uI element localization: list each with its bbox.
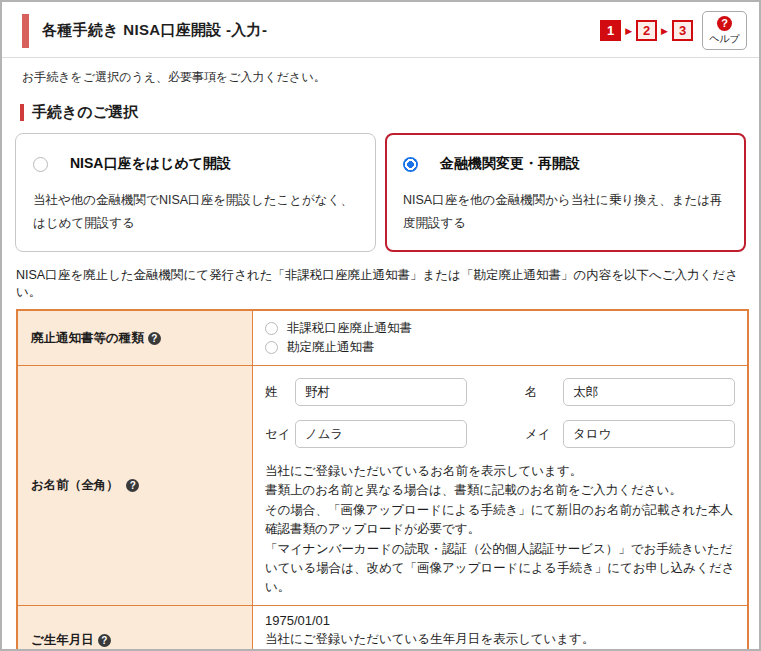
name-note: 「マイナンバーカードの読取・認証（公的個人認証サービス）」でお手続きいただいてい…: [265, 540, 735, 598]
help-button-label: ヘルプ: [709, 32, 740, 46]
step-indicator: 1 ▶ 2 ▶ 3: [600, 20, 693, 41]
birth-date-value: 1975/01/01: [265, 613, 735, 628]
option-card-head: 金融機関変更・再開設: [403, 155, 728, 173]
name-note: 書類上のお名前と異なる場合は、書類に記載のお名前をご入力ください。: [265, 481, 735, 500]
question-mark-icon: ?: [98, 634, 111, 647]
header-actions: 1 ▶ 2 ▶ 3 ? ヘルプ: [600, 11, 747, 50]
question-mark-icon: ?: [148, 332, 161, 345]
birth-date-note: 当社にご登録いただいている生年月日を表示しています。: [265, 630, 735, 649]
last-name-label: 姓: [265, 384, 295, 401]
notification-form-table: 廃止通知書等の種類? 非課税口座廃止通知書 勘定廃止通知書 お名前（全角） ?: [16, 309, 749, 651]
row-name: お名前（全角） ? 姓 名 セイ メイ 当社にご登録いただいているお名前: [17, 366, 748, 606]
last-name-input[interactable]: [295, 378, 467, 406]
procedure-option-cards: NISA口座をはじめて開設 当社や他の金融機関でNISA口座を開設したことがなく…: [15, 133, 746, 252]
row-notice-type: 廃止通知書等の種類? 非課税口座廃止通知書 勘定廃止通知書: [17, 310, 748, 366]
radio-unselected-icon[interactable]: [265, 322, 278, 335]
radio-option-label: 勘定廃止通知書: [287, 339, 375, 356]
option-card-first-open[interactable]: NISA口座をはじめて開設 当社や他の金融機関でNISA口座を開設したことがなく…: [15, 133, 376, 252]
notice-text: NISA口座を廃止した金融機関にて発行された「非課税口座廃止通知書」または「勘定…: [16, 267, 745, 301]
label-text: 廃止通知書等の種類: [31, 331, 144, 345]
first-kana-label: メイ: [525, 426, 563, 443]
name-note: その場合、「画像アップロードによる手続き」にて新旧のお名前が記載された本人確認書…: [265, 501, 735, 540]
first-name-label: 名: [525, 384, 563, 401]
label-name: お名前（全角） ?: [17, 366, 253, 606]
first-kana-input[interactable]: [563, 420, 735, 448]
label-birth-date: ご生年月日?: [17, 605, 253, 651]
radio-option-hikazei[interactable]: 非課税口座廃止通知書: [265, 320, 735, 337]
radio-selected-icon[interactable]: [403, 157, 418, 172]
page-title: 各種手続き NISA口座開設 -入力-: [42, 21, 267, 40]
name-kana-row: セイ メイ: [265, 420, 735, 448]
page-header: 各種手続き NISA口座開設 -入力- 1 ▶ 2 ▶ 3 ? ヘルプ: [2, 2, 759, 58]
nisa-application-page: 各種手続き NISA口座開設 -入力- 1 ▶ 2 ▶ 3 ? ヘルプ お手続き…: [0, 0, 761, 651]
page-title-block: 各種手続き NISA口座開設 -入力-: [22, 14, 267, 48]
section-accent-bar: [20, 104, 24, 121]
option-title: NISA口座をはじめて開設: [70, 155, 231, 173]
question-mark-icon: ?: [717, 16, 732, 31]
step-3: 3: [672, 20, 693, 41]
radio-unselected-icon[interactable]: [33, 157, 48, 172]
step-arrow-icon: ▶: [661, 26, 668, 36]
option-description: 当社や他の金融機関でNISA口座を開設したことがなく、はじめて開設する: [33, 189, 358, 235]
last-kana-input[interactable]: [295, 420, 467, 448]
label-text: お名前（全角）: [31, 478, 119, 492]
procedure-selection-heading: 手続きのご選択: [20, 103, 739, 122]
name-note: 当社にご登録いただいているお名前を表示しています。: [265, 462, 735, 481]
option-card-change-reopen[interactable]: 金融機関変更・再開設 NISA口座を他の金融機関から当社に乗り換え、または再度開…: [385, 133, 746, 252]
first-name-input[interactable]: [563, 378, 735, 406]
intro-text: お手続きをご選択のうえ、必要事項をご入力ください。: [2, 58, 759, 86]
last-kana-label: セイ: [265, 426, 295, 443]
step-arrow-icon: ▶: [625, 26, 632, 36]
step-2: 2: [636, 20, 657, 41]
radio-unselected-icon[interactable]: [265, 341, 278, 354]
row-birth-date: ご生年月日? 1975/01/01 当社にご登録いただいている生年月日を表示して…: [17, 605, 748, 651]
option-card-head: NISA口座をはじめて開設: [33, 155, 358, 173]
option-description: NISA口座を他の金融機関から当社に乗り換え、または再度開設する: [403, 189, 728, 235]
label-text: ご生年月日: [31, 633, 94, 647]
name-kanji-row: 姓 名: [265, 378, 735, 406]
radio-option-kanjo[interactable]: 勘定廃止通知書: [265, 339, 735, 356]
radio-option-label: 非課税口座廃止通知書: [287, 320, 412, 337]
help-button[interactable]: ? ヘルプ: [702, 11, 747, 50]
title-accent-bar: [22, 14, 29, 48]
question-mark-icon: ?: [126, 479, 139, 492]
section-title: 手続きのご選択: [32, 103, 138, 122]
option-title: 金融機関変更・再開設: [440, 155, 580, 173]
label-notice-type: 廃止通知書等の種類?: [17, 310, 253, 366]
step-1-current: 1: [600, 20, 621, 41]
